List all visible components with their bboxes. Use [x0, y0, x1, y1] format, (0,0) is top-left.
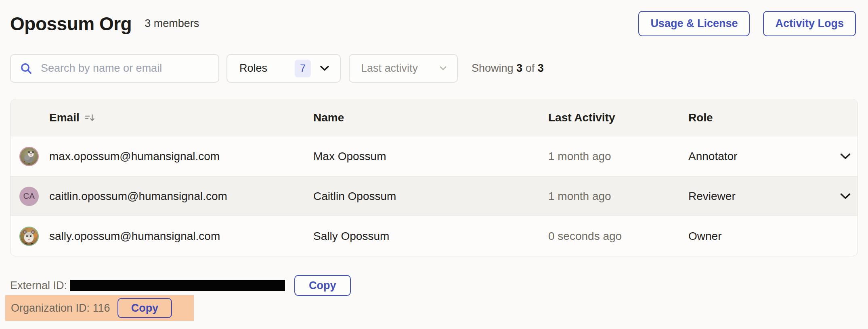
member-role: Annotator	[688, 150, 737, 163]
search-input[interactable]	[40, 62, 210, 75]
chevron-down-icon[interactable]	[840, 193, 851, 200]
email-cell: CA caitlin.opossum@humansignal.com	[10, 187, 303, 206]
member-last-activity: 0 seconds ago	[538, 230, 678, 243]
organization-id-row: Organization ID: 116 Copy	[5, 295, 194, 321]
member-name: Sally Opossum	[303, 230, 538, 243]
external-id-label: External ID:	[10, 279, 67, 292]
column-header-name: Name	[303, 111, 538, 124]
member-email: sally.opossum@humansignal.com	[49, 230, 220, 243]
last-activity-sort-dropdown[interactable]: Last activity	[349, 54, 458, 83]
role-select[interactable]: Annotator	[678, 150, 858, 163]
member-row[interactable]: max.opossum@humansignal.com Max Opossum …	[10, 136, 858, 176]
member-row[interactable]: CA caitlin.opossum@humansignal.com Caitl…	[10, 176, 858, 216]
organization-id-label: Organization ID: 116	[11, 302, 110, 314]
table-header-row: Email Name Last Activity Role	[10, 99, 858, 136]
column-header-role: Role	[678, 111, 858, 124]
organization-members-page: Opossum Org 3 members Usage & License Ac…	[0, 0, 868, 329]
chevron-down-icon	[440, 66, 447, 71]
column-header-email: Email	[10, 111, 303, 124]
member-email: caitlin.opossum@humansignal.com	[49, 190, 227, 203]
roles-filter-label: Roles	[239, 62, 267, 75]
external-id-row: External ID: Copy	[10, 275, 868, 296]
showing-count-shown: 3	[516, 62, 522, 74]
roles-count-badge: 7	[295, 60, 311, 77]
sort-descending-icon[interactable]	[84, 113, 95, 123]
email-cell: sally.opossum@humansignal.com	[10, 227, 303, 246]
role-select[interactable]: Reviewer	[678, 190, 858, 203]
member-role: Owner	[688, 230, 721, 243]
members-table: Email Name Last Activity Role	[10, 99, 858, 256]
member-row[interactable]: sally.opossum@humansignal.com Sally Opos…	[10, 216, 858, 256]
member-count: 3 members	[145, 17, 199, 30]
chevron-down-icon	[320, 65, 329, 71]
email-cell: max.opossum@humansignal.com	[10, 147, 303, 166]
page-title: Opossum Org	[10, 13, 132, 35]
activity-logs-button[interactable]: Activity Logs	[763, 11, 856, 36]
search-box[interactable]	[10, 54, 219, 83]
roles-filter-dropdown[interactable]: Roles 7	[226, 54, 341, 83]
member-role: Reviewer	[688, 190, 736, 203]
member-name: Max Opossum	[303, 150, 538, 163]
member-last-activity: 1 month ago	[538, 150, 678, 163]
copy-external-id-button[interactable]: Copy	[294, 275, 351, 296]
avatar	[19, 227, 39, 246]
member-email: max.opossum@humansignal.com	[49, 150, 220, 163]
search-icon	[20, 62, 33, 75]
avatar	[19, 147, 39, 166]
filters-bar: Roles 7 Last activity Showing 3 of 3	[10, 54, 856, 83]
usage-license-button[interactable]: Usage & License	[638, 11, 750, 36]
copy-organization-id-button[interactable]: Copy	[117, 298, 172, 318]
member-last-activity: 1 month ago	[538, 190, 678, 203]
member-name: Caitlin Opossum	[303, 190, 538, 203]
avatar-initials: CA	[19, 187, 39, 206]
last-activity-sort-label: Last activity	[361, 62, 418, 75]
page-header: Opossum Org 3 members Usage & License Ac…	[10, 11, 856, 36]
role-cell: Owner	[678, 230, 858, 243]
external-id-redacted-value	[70, 280, 285, 291]
showing-count-text: Showing 3 of 3	[472, 62, 544, 75]
header-actions: Usage & License Activity Logs	[638, 11, 856, 36]
showing-count-total: 3	[538, 62, 544, 74]
chevron-down-icon[interactable]	[840, 153, 851, 160]
column-header-last-activity: Last Activity	[538, 111, 678, 124]
